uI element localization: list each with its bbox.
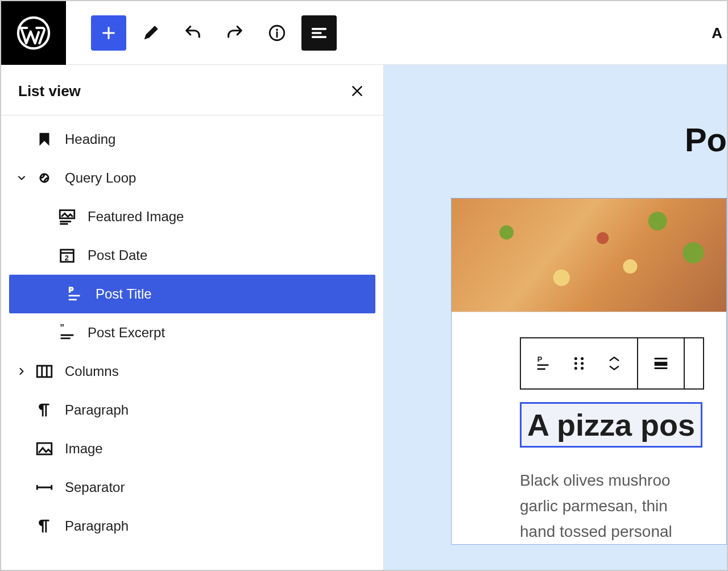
post-title-field[interactable]: A pizza pos [520, 402, 702, 448]
queryloop-icon [33, 168, 56, 188]
listview-toggle-button[interactable] [301, 15, 337, 51]
separator-icon [33, 478, 56, 497]
excerpt-line: hand tossed personal [520, 519, 726, 545]
svg-point-11 [574, 357, 577, 360]
undo-button[interactable] [175, 15, 210, 51]
tree-item-separator[interactable]: Separator [1, 468, 383, 507]
posttitle-icon: P [534, 354, 553, 373]
svg-point-16 [581, 367, 584, 370]
move-up-down-button[interactable] [601, 350, 628, 377]
chevron-down-icon [608, 364, 621, 372]
tree-item-featured-image[interactable]: Featured Image [1, 197, 383, 236]
tree-item-label: Heading [65, 131, 115, 147]
svg-text:P: P [537, 355, 543, 363]
chevron-up-icon [608, 355, 621, 363]
postdate-icon: 2 [56, 246, 78, 265]
featured-image[interactable] [452, 198, 726, 312]
listview-icon [309, 23, 329, 43]
tree-item-label: Columns [65, 363, 119, 379]
paragraph-icon [33, 400, 56, 420]
listview-header: List view [1, 65, 383, 115]
redo-icon [225, 23, 245, 43]
canvas-heading-partial: Po [685, 121, 727, 159]
tree-item-post-excerpt[interactable]: ”Post Excerpt [1, 313, 383, 352]
featuredimage-icon [56, 207, 78, 226]
svg-point-15 [574, 367, 577, 370]
drag-handle-button[interactable] [565, 350, 593, 377]
tree-item-label: Paragraph [65, 402, 129, 418]
tree-item-query-loop[interactable]: Query Loop [1, 159, 383, 197]
svg-rect-8 [37, 366, 52, 377]
heading-icon [33, 130, 56, 149]
redo-button[interactable] [217, 15, 253, 51]
tree-item-label: Paragraph [65, 518, 129, 534]
tree-item-paragraph[interactable]: Paragraph [1, 507, 383, 545]
tree-item-label: Separator [65, 479, 125, 495]
block-tree: HeadingQuery LoopFeatured Image2Post Dat… [1, 115, 383, 550]
close-icon [350, 84, 365, 98]
post-excerpt: Black olives mushroo garlic parmesan, th… [520, 468, 726, 544]
excerpt-line: Black olives mushroo [520, 468, 726, 494]
chevron-right-icon[interactable] [10, 366, 33, 377]
image-icon [33, 439, 56, 458]
wordpress-icon [16, 15, 51, 51]
tree-item-paragraph[interactable]: Paragraph [1, 391, 383, 429]
main-area: List view HeadingQuery LoopFeatured Imag… [1, 65, 727, 570]
post-body: P [452, 312, 726, 544]
tree-item-image[interactable]: Image [1, 429, 383, 468]
tree-item-label: Post Date [88, 247, 147, 263]
details-button[interactable] [259, 15, 295, 51]
listview-title: List view [18, 82, 81, 100]
svg-text:2: 2 [65, 254, 69, 262]
align-button[interactable] [647, 350, 675, 377]
plus-icon [100, 24, 118, 42]
block-toolbar: P [520, 337, 704, 390]
editor-topbar: A [1, 1, 727, 65]
block-type-button[interactable]: P [530, 350, 557, 377]
drag-icon [569, 354, 589, 373]
columns-icon [33, 362, 56, 381]
tree-item-label: Image [65, 441, 103, 457]
block-toolbar-group-type: P [521, 338, 638, 388]
svg-point-14 [581, 362, 584, 365]
pencil-icon [141, 23, 160, 43]
editor-canvas: Po P [384, 65, 727, 570]
postexcerpt-icon: ” [56, 323, 78, 342]
add-block-button[interactable] [91, 15, 126, 51]
info-icon [267, 23, 287, 43]
chevron-down-icon[interactable] [10, 172, 33, 184]
svg-text:P: P [69, 286, 74, 294]
edit-mode-button[interactable] [133, 15, 168, 51]
align-icon [651, 354, 671, 373]
block-toolbar-group-align [638, 338, 685, 388]
paragraph-icon [33, 516, 56, 536]
tree-item-columns[interactable]: Columns [1, 352, 383, 391]
tree-item-post-date[interactable]: 2Post Date [1, 236, 383, 275]
query-loop-post: P [451, 198, 727, 545]
excerpt-line: garlic parmesan, thin [520, 494, 726, 519]
tree-item-label: Post Title [96, 286, 152, 302]
block-toolbar-group-more [685, 338, 703, 388]
svg-point-2 [276, 28, 278, 31]
svg-text:”: ” [60, 323, 64, 333]
svg-point-12 [581, 357, 584, 360]
wordpress-logo[interactable] [1, 1, 66, 65]
toolbar-button-row [66, 15, 337, 51]
tree-item-label: Featured Image [88, 209, 184, 225]
posttitle-icon: P [64, 284, 86, 304]
listview-sidebar: List view HeadingQuery LoopFeatured Imag… [1, 65, 384, 570]
tree-item-post-title[interactable]: PPost Title [9, 275, 375, 313]
tree-item-label: Post Excerpt [88, 325, 165, 341]
tree-item-heading[interactable]: Heading [1, 120, 383, 159]
close-listview-button[interactable] [347, 81, 367, 101]
topbar-right-partial: A [712, 1, 727, 65]
svg-rect-17 [655, 362, 668, 366]
tree-item-label: Query Loop [65, 170, 136, 186]
undo-icon [183, 23, 202, 43]
svg-point-13 [574, 362, 577, 365]
